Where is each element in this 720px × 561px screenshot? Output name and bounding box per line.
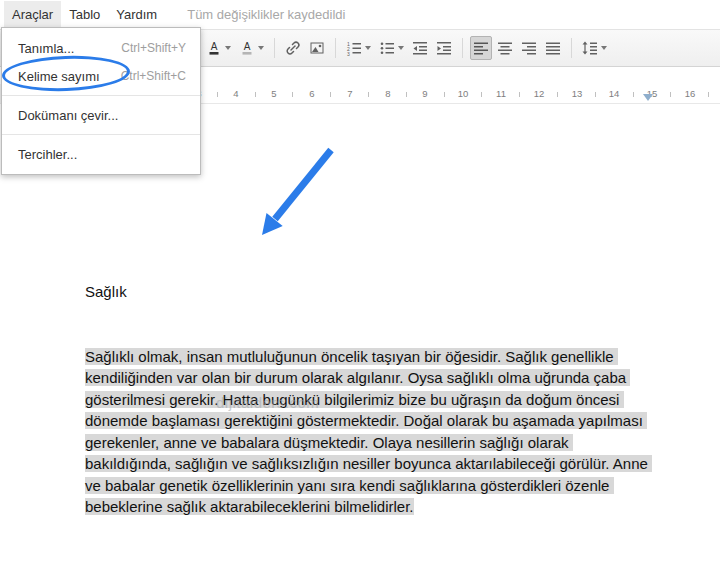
ruler-mark: 6 [309, 88, 314, 99]
justify-icon [545, 40, 561, 56]
menu-bar: Araçlar Tablo Yardım Tüm değişiklikler k… [0, 0, 720, 29]
ruler-mark: 8 [385, 88, 390, 99]
chevron-down-icon [601, 46, 607, 50]
link-icon [285, 40, 301, 56]
menu-item-label: Tercihler... [18, 147, 77, 162]
menu-item-translate-document[interactable]: Dokümanı çevir... [2, 101, 200, 129]
increase-indent-button[interactable] [433, 36, 455, 60]
google-docs-window: Araçlar Tablo Yardım Tüm değişiklikler k… [0, 0, 720, 561]
insert-image-button[interactable] [306, 36, 328, 60]
align-center-button[interactable] [494, 36, 516, 60]
menu-help[interactable]: Yardım [108, 1, 165, 28]
menu-separator [2, 95, 200, 96]
increase-indent-icon [436, 40, 452, 56]
align-left-button[interactable] [470, 36, 492, 60]
tools-menu-dropdown: Tanımla... Ctrl+Shift+Y Kelime sayımı Ct… [1, 27, 201, 175]
align-right-icon [521, 40, 537, 56]
chevron-down-icon [398, 46, 404, 50]
bulleted-list-button[interactable] [376, 36, 407, 60]
align-left-icon [473, 40, 489, 56]
ruler-mark: 9 [422, 88, 427, 99]
doc-heading-saglik: Sağlık [85, 281, 651, 303]
line-spacing-button[interactable] [579, 36, 610, 60]
ruler-mark: 14 [609, 88, 620, 99]
highlight-color-icon: A [239, 40, 255, 56]
menu-item-preferences[interactable]: Tercihler... [2, 140, 200, 168]
save-status: Tüm değişiklikler kaydedildi [187, 7, 345, 22]
ruler-mark: 7 [347, 88, 352, 99]
ruler-mark: 16 [685, 88, 696, 99]
text-color-icon: A [206, 40, 222, 56]
selected-text: Sağlıklı olmak, insan mutluluğunun öncel… [85, 348, 652, 516]
menu-item-word-count[interactable]: Kelime sayımı Ctrl+Shift+C [2, 62, 200, 90]
ruler-mark: 12 [534, 88, 545, 99]
ruler-mark: 5 [271, 88, 276, 99]
toolbar-separator [335, 38, 336, 58]
menu-item-label: Kelime sayımı [18, 69, 100, 84]
menu-separator [2, 134, 200, 135]
svg-text:A: A [244, 41, 251, 52]
numbered-list-icon: 123 [346, 40, 362, 56]
toolbar-separator [571, 38, 572, 58]
align-center-icon [497, 40, 513, 56]
toolbar-separator [274, 38, 275, 58]
document-body[interactable]: Sağlık Sağlıklı olmak, insan mutluluğunu… [85, 238, 651, 561]
image-icon [309, 40, 325, 56]
svg-text:A: A [211, 41, 218, 52]
highlight-color-button[interactable]: A [236, 36, 267, 60]
ruler-mark: 4 [233, 88, 238, 99]
text-color-button[interactable]: A [203, 36, 234, 60]
menu-item-shortcut: Ctrl+Shift+C [121, 69, 186, 83]
menu-item-shortcut: Ctrl+Shift+Y [121, 41, 186, 55]
line-spacing-icon [582, 40, 598, 56]
ruler-mark: 13 [572, 88, 583, 99]
menu-item-label: Tanımla... [18, 41, 74, 56]
right-indent-marker[interactable] [643, 94, 653, 101]
ruler-mark: 11 [496, 88, 506, 99]
chevron-down-icon [225, 46, 231, 50]
toolbar-separator [462, 38, 463, 58]
align-right-button[interactable] [518, 36, 540, 60]
menu-item-define[interactable]: Tanımla... Ctrl+Shift+Y [2, 34, 200, 62]
decrease-indent-button[interactable] [409, 36, 431, 60]
chevron-down-icon [258, 46, 264, 50]
menu-item-label: Dokümanı çevir... [18, 108, 118, 123]
insert-link-button[interactable] [282, 36, 304, 60]
decrease-indent-icon [412, 40, 428, 56]
justify-button[interactable] [542, 36, 564, 60]
svg-text:3: 3 [347, 51, 350, 56]
menu-table[interactable]: Tablo [61, 1, 108, 28]
doc-paragraph-saglik: Sağlıklı olmak, insan mutluluğunun öncel… [85, 346, 651, 518]
numbered-list-button[interactable]: 123 [343, 36, 374, 60]
menu-tools[interactable]: Araçlar [4, 1, 61, 28]
ruler-mark: 10 [458, 88, 469, 99]
bulleted-list-icon [379, 40, 395, 56]
chevron-down-icon [365, 46, 371, 50]
